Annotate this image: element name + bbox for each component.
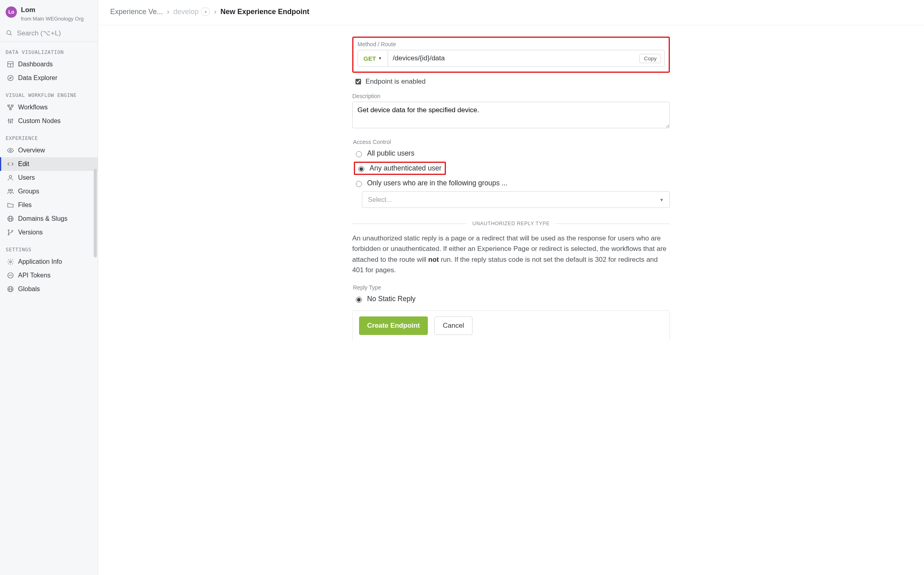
sidebar-header: Lo Lom from Main WEGnology Org [0,0,98,26]
sidebar-item-files[interactable]: Files [0,198,98,212]
reply-type-label: Reply Type [353,284,670,291]
enabled-checkbox[interactable] [355,79,361,84]
access-auth-highlight: Any authenticated user [354,162,446,175]
sidebar-item-label: Groups [18,188,39,195]
enabled-checkbox-row[interactable]: Endpoint is enabled [354,78,670,86]
footer-bar: Create Endpoint Cancel [352,310,670,341]
svg-point-5 [8,75,13,81]
svg-point-14 [10,121,11,122]
chevron-right-icon: › [214,8,216,16]
search-input[interactable]: Search (⌥+L) [6,29,93,37]
svg-text:API: API [9,274,12,277]
reply-no-static-radio[interactable] [356,297,362,303]
enabled-label: Endpoint is enabled [365,78,425,86]
svg-point-18 [8,189,10,191]
sidebar-item-label: Dashboards [18,61,53,68]
sidebar-item-label: Files [18,201,32,209]
sidebar-item-custom-nodes[interactable]: Custom Nodes [0,114,98,128]
create-endpoint-button[interactable]: Create Endpoint [359,316,428,335]
svg-point-24 [8,234,9,235]
avatar: Lo [6,6,17,18]
breadcrumb-root[interactable]: Experience Ve... [110,8,163,16]
sidebar: Lo Lom from Main WEGnology Org Search (⌥… [0,0,98,575]
sidebar-item-overview[interactable]: Overview [0,144,98,157]
sidebar-item-groups[interactable]: Groups [0,185,98,198]
caret-down-icon: ▼ [659,197,664,202]
sidebar-item-workflows[interactable]: Workflows [0,101,98,114]
breadcrumb: Experience Ve... › develop ▾ › New Exper… [98,0,924,25]
section-settings: SETTINGS [0,239,98,255]
sliders-icon [7,117,14,125]
sidebar-item-label: Globals [18,285,40,293]
access-public-row[interactable]: All public users [354,149,670,158]
description-label: Description [352,93,670,99]
users-icon [7,188,14,195]
access-auth-radio[interactable] [358,166,364,172]
groups-select-placeholder: Select... [368,196,392,203]
groups-select[interactable]: Select... ▼ [362,191,670,208]
svg-point-15 [12,119,13,120]
sidebar-item-domains[interactable]: Domains & Slugs [0,212,98,226]
copy-button[interactable]: Copy [639,54,661,63]
svg-marker-6 [10,77,12,79]
access-groups-row[interactable]: Only users who are in the following grou… [354,179,670,187]
svg-rect-8 [11,105,13,106]
sidebar-item-globals[interactable]: Globals [0,282,98,296]
main: Experience Ve... › develop ▾ › New Exper… [98,0,924,575]
access-groups-label: Only users who are in the following grou… [367,179,507,187]
sidebar-item-label: Overview [18,147,45,154]
access-public-label: All public users [367,149,415,158]
svg-point-25 [12,230,13,231]
globe-icon [7,215,14,222]
code-icon [7,160,14,168]
unauth-divider: UNAUTHORIZED REPLY TYPE [352,221,670,226]
breadcrumb-develop-label: develop [173,8,199,16]
svg-point-19 [11,189,13,191]
sidebar-item-label: Versions [18,229,43,236]
svg-rect-9 [10,109,12,110]
sidebar-item-data-explorer[interactable]: Data Explorer [0,71,98,85]
sidebar-item-label: API Tokens [18,272,51,279]
sidebar-scrollbar[interactable] [94,169,97,257]
svg-point-13 [8,119,9,121]
gear-icon [7,258,14,265]
sidebar-item-versions[interactable]: Versions [0,226,98,239]
search-placeholder: Search (⌥+L) [17,29,61,37]
compass-icon [7,74,14,82]
sidebar-item-edit[interactable]: Edit [0,157,98,171]
svg-point-0 [7,31,11,35]
access-auth-label: Any authenticated user [370,164,441,172]
sidebar-item-app-info[interactable]: Application Info [0,255,98,269]
breadcrumb-develop[interactable]: develop ▾ [173,7,210,16]
section-data-viz: DATA VISUALIZATION [0,42,98,58]
access-control-label: Access Control [353,139,670,145]
svg-point-23 [8,230,9,231]
sidebar-item-label: Application Info [18,258,62,265]
workspace-title: Lom [21,6,84,14]
access-public-radio[interactable] [356,151,362,157]
user-icon [7,174,14,181]
svg-point-17 [9,175,12,178]
cancel-button[interactable]: Cancel [434,316,472,335]
globe2-icon [7,285,14,293]
sidebar-item-dashboards[interactable]: Dashboards [0,58,98,71]
sidebar-item-api-tokens[interactable]: API API Tokens [0,269,98,282]
workspace-subtitle: from Main WEGnology Org [21,16,84,22]
access-groups-radio[interactable] [356,181,362,187]
unauth-paragraph: An unauthorized static reply is a page o… [352,233,670,275]
workflow-icon [7,104,14,111]
api-icon: API [7,272,14,279]
sidebar-item-label: Users [18,174,35,181]
svg-point-26 [10,261,12,263]
chevron-right-icon: › [167,8,169,16]
route-input[interactable] [388,50,637,66]
chevron-down-icon[interactable]: ▾ [201,7,210,16]
sidebar-item-users[interactable]: Users [0,171,98,185]
sidebar-item-label: Workflows [18,104,48,111]
search-icon [6,29,13,37]
method-route-row: GET ▼ Copy [357,50,665,67]
reply-no-static-row[interactable]: No Static Reply [354,295,670,303]
description-input[interactable]: Get device data for the specified device… [352,102,670,128]
folder-icon [7,201,14,209]
method-select[interactable]: GET ▼ [358,50,388,66]
